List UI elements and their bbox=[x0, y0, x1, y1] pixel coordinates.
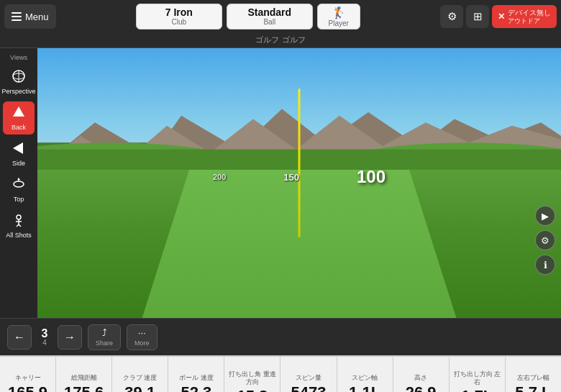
stat-header-7: 高さ bbox=[414, 374, 427, 382]
stat-value-7: 26.9 bbox=[406, 385, 437, 392]
stat-cell-4: 打ち出し角 重進方向 15.8 ° bbox=[224, 357, 280, 392]
player-icon: 🏌 bbox=[332, 6, 346, 19]
player-label: Player bbox=[329, 19, 349, 27]
more-button[interactable]: ··· More bbox=[127, 324, 158, 350]
stats-bar: キャリー 165.9 yds 総飛距離 175.6 yds クラブ 速度 39.… bbox=[0, 355, 561, 392]
stat-cell-0: キャリー 165.9 yds bbox=[0, 357, 56, 392]
menu-button[interactable]: Menu bbox=[4, 4, 56, 29]
stat-cell-5: スピン量 5473 rpm bbox=[280, 357, 337, 392]
share-button[interactable]: ⤴ Share bbox=[88, 324, 121, 350]
info-icon: ℹ bbox=[544, 260, 547, 270]
main-area: Views Perspective Back Side Top bbox=[0, 48, 561, 318]
ball-name: Standard bbox=[247, 6, 291, 19]
top-bar: Menu 7 Iron Club Standard Ball 🏌 Player … bbox=[0, 0, 561, 33]
next-icon: → bbox=[64, 331, 76, 344]
view-all-shots[interactable]: All Shots bbox=[3, 209, 35, 242]
stat-header-6: スピン軸 bbox=[352, 374, 378, 382]
info-button[interactable]: ℹ bbox=[535, 255, 555, 275]
left-sidebar: Views Perspective Back Side Top bbox=[0, 48, 37, 318]
stat-header-1: 総飛距離 bbox=[71, 374, 97, 382]
stat-value-0: 165.9 bbox=[8, 385, 47, 392]
dist-100: 100 bbox=[357, 167, 386, 187]
svg-marker-3 bbox=[13, 106, 24, 117]
svg-point-8 bbox=[17, 215, 21, 219]
trajectory-line bbox=[298, 88, 301, 237]
more-icon: ··· bbox=[138, 327, 146, 338]
share-label: Share bbox=[96, 339, 113, 347]
svg-point-5 bbox=[14, 181, 24, 187]
view-side[interactable]: Side bbox=[3, 137, 35, 170]
player-selector[interactable]: 🏌 Player bbox=[317, 4, 360, 29]
stat-cell-6: スピン軸 1.1L ° bbox=[337, 357, 393, 392]
grid-button[interactable]: ⊞ bbox=[466, 5, 489, 28]
stat-value-1: 175.6 bbox=[64, 385, 104, 392]
top-icon bbox=[12, 177, 26, 194]
settings-right-button[interactable]: ⚙ bbox=[535, 230, 555, 250]
settings-button[interactable]: ⚙ bbox=[440, 5, 463, 28]
menu-label: Menu bbox=[25, 12, 49, 22]
stat-cell-8: 打ち出し方向 左右 1.7L ° bbox=[450, 357, 506, 392]
dist-150: 150 bbox=[283, 172, 299, 183]
ball-sub: Ball bbox=[263, 18, 275, 27]
prev-shot-button[interactable]: ← bbox=[7, 325, 32, 350]
stat-cell-1: 総飛距離 175.6 yds bbox=[56, 357, 112, 392]
device-x-icon: ✕ bbox=[498, 12, 505, 22]
share-icon: ⤴ bbox=[102, 327, 107, 338]
view-back[interactable]: Back bbox=[3, 101, 35, 135]
views-label: Views bbox=[3, 53, 35, 63]
stat-header-8: 打ち出し方向 左右 bbox=[451, 370, 503, 386]
subtitle-text: ゴルフ ゴルフ bbox=[255, 35, 305, 44]
next-shot-button[interactable]: → bbox=[58, 325, 82, 350]
dist-200: 200 bbox=[213, 173, 226, 181]
stat-cell-3: ボール 速度 52.3 m/s bbox=[168, 357, 224, 392]
svg-marker-4 bbox=[13, 142, 23, 154]
device-sub: アウトドア bbox=[508, 17, 540, 25]
side-label: Side bbox=[12, 160, 25, 167]
navigation-group: ← 3 4 → bbox=[7, 325, 82, 350]
stat-cell-7: 高さ 26.9 yds bbox=[393, 357, 450, 392]
back-icon bbox=[12, 105, 26, 122]
top-right-buttons: ⚙ ⊞ ✕ デバイス無し アウトドア bbox=[440, 5, 557, 28]
settings-right-icon: ⚙ bbox=[541, 235, 549, 246]
prev-icon: ← bbox=[14, 331, 25, 344]
club-selector[interactable]: 7 Iron Club bbox=[136, 4, 222, 29]
more-label: More bbox=[134, 339, 150, 347]
selector-group: 7 Iron Club Standard Ball 🏌 Player bbox=[60, 4, 436, 29]
stat-value-8: 1.7L bbox=[461, 388, 493, 392]
play-icon: ▶ bbox=[542, 211, 549, 222]
play-button[interactable]: ▶ bbox=[535, 206, 555, 226]
stat-value-2: 39.1 bbox=[124, 385, 155, 392]
shot-counter: 3 4 bbox=[35, 328, 55, 347]
perspective-icon bbox=[12, 69, 26, 86]
stat-header-0: キャリー bbox=[15, 374, 41, 382]
shot-total: 4 bbox=[42, 339, 47, 347]
stat-header-9: 左右ブレ幅 bbox=[517, 374, 549, 382]
all-shots-icon bbox=[12, 213, 26, 230]
view-perspective[interactable]: Perspective bbox=[3, 65, 35, 99]
device-button[interactable]: ✕ デバイス無し アウトドア bbox=[492, 5, 557, 28]
stat-value-9: 5.7 L bbox=[515, 385, 551, 392]
right-controls: ▶ ⚙ ℹ bbox=[535, 206, 555, 275]
grid-icon: ⊞ bbox=[473, 10, 483, 23]
side-icon bbox=[12, 141, 26, 158]
stat-cell-9: 左右ブレ幅 5.7 L ° bbox=[506, 357, 561, 392]
shot-current: 3 bbox=[42, 328, 48, 339]
svg-marker-7 bbox=[17, 178, 20, 180]
stat-value-6: 1.1L bbox=[349, 385, 380, 392]
stat-header-2: クラブ 速度 bbox=[123, 374, 158, 382]
stat-cell-2: クラブ 速度 39.1 m/s bbox=[112, 357, 168, 392]
view-top[interactable]: Top bbox=[3, 173, 35, 206]
stat-header-3: ボール 速度 bbox=[179, 374, 214, 382]
stat-header-5: スピン量 bbox=[296, 374, 321, 382]
ball-selector[interactable]: Standard Ball bbox=[227, 4, 313, 29]
stat-value-5: 5473 bbox=[291, 385, 327, 392]
subtitle-bar: ゴルフ ゴルフ bbox=[0, 33, 561, 48]
hamburger-icon bbox=[12, 12, 22, 21]
stat-value-3: 52.3 bbox=[181, 385, 211, 392]
back-label: Back bbox=[12, 124, 26, 131]
top-label: Top bbox=[14, 196, 24, 203]
device-label: デバイス無し bbox=[508, 9, 551, 17]
club-sub: Club bbox=[171, 18, 186, 27]
golf-viewport: 200 150 100 ▶ ⚙ ℹ bbox=[37, 48, 561, 318]
stat-header-4: 打ち出し角 重進方向 bbox=[226, 370, 278, 386]
